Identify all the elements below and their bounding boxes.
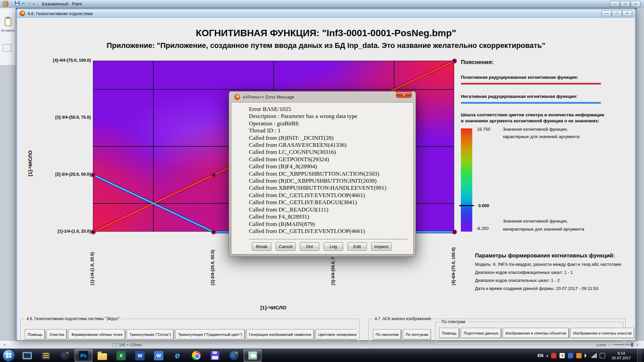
params-datetime: Дата и время создания данной формы: 20.0…	[475, 286, 598, 291]
params-descr-scales: Диапазон кодов описательных шкал: 1 - 2	[475, 278, 559, 283]
minimize-button[interactable]: ─	[610, 1, 620, 7]
folder-icon[interactable]	[93, 349, 111, 362]
data-point	[212, 230, 216, 234]
firefox-icon[interactable]	[225, 349, 243, 362]
excel-icon[interactable]: X	[112, 349, 130, 362]
clear-button[interactable]: Очистка	[47, 329, 67, 340]
save-icon[interactable]	[15, 1, 19, 7]
redo-icon[interactable]: ↷	[27, 1, 31, 7]
minimize-button[interactable]: ─	[601, 10, 611, 16]
zoom-slider-thumb[interactable]	[631, 343, 633, 347]
undo-icon[interactable]: ↶	[21, 1, 25, 7]
paint-taskbar-icon[interactable]	[244, 349, 262, 362]
y-axis-title: [1]-ЧИСЛО	[27, 119, 33, 176]
edit-button[interactable]: Edit	[347, 242, 367, 251]
by-pixels-button[interactable]: По пикселям	[373, 329, 401, 340]
spectra-help-button[interactable]: Помощь	[439, 328, 459, 338]
save-floppy-icon[interactable]	[206, 349, 224, 362]
maximize-button[interactable]: □	[620, 1, 630, 7]
maximize-button[interactable]: □	[612, 10, 622, 16]
error-line: Operation : graBitBlt	[249, 120, 408, 127]
spectra-panel-label: По спектрам:	[440, 319, 468, 324]
scale-max-value: 18.750	[477, 127, 490, 132]
error-dialog-title-bar[interactable]: eXPress++ Error Message ×	[229, 92, 416, 102]
start-button[interactable]	[3, 350, 15, 362]
wordpad-tile-icon: W	[154, 351, 163, 360]
file-manager-icon[interactable]	[37, 349, 55, 362]
volume-icon[interactable]	[585, 354, 589, 358]
word-tile-icon: W	[135, 351, 145, 360]
inspect-button[interactable]: Inspect	[371, 242, 391, 251]
symbol-images-button[interactable]: Генерация изображений символов	[247, 329, 314, 340]
show-hidden-icons[interactable]: ▴	[546, 353, 548, 358]
network-icon[interactable]	[592, 353, 597, 358]
language-indicator[interactable]: EN	[538, 353, 543, 358]
quick-access-dropdown-icon[interactable]: ▾	[33, 1, 35, 7]
paint-title-bar: ↶ ↷ ▾ Безымянный - Paint ─ □ ×	[0, 0, 644, 8]
close-button[interactable]: ×	[631, 1, 641, 7]
desktop: ↶ ↷ ▾ Безымянный - Paint ─ □ × Вставить …	[0, 0, 644, 362]
geo-panel-label: 4.8. Геокогнитивная подсистема системы "…	[25, 316, 122, 321]
y-tick-label: [4]-4/4-{75.0, 100.0}	[44, 58, 91, 63]
shield-icon[interactable]	[576, 353, 582, 358]
data-point	[91, 173, 95, 177]
floppy-icon	[15, 1, 19, 6]
class-spectra-button[interactable]: Изображения и спектры классов	[571, 328, 634, 338]
table-icon	[3, 44, 11, 52]
point-cloud-button[interactable]: Формирование облака точек	[68, 329, 125, 340]
separator: ----------------------------------------…	[249, 236, 408, 239]
error-line: Description : Parameter has a wrong data…	[249, 113, 408, 120]
paint-ribbon-strip: Вставить	[0, 8, 16, 341]
object-spectra-button[interactable]: Изображения и спектры объектов	[503, 328, 569, 338]
taskbar-clock[interactable]: 9:14 20.07.2017	[608, 351, 634, 360]
firefox-orb-icon	[229, 351, 238, 360]
help-button[interactable]: Помощь	[25, 329, 45, 340]
antivirus-icon[interactable]	[551, 353, 556, 358]
log-button[interactable]: Log	[324, 242, 343, 251]
data-preparation-button[interactable]: Подготовка данных	[461, 328, 501, 338]
chrome-icon[interactable]	[187, 349, 205, 362]
color-zoning-button[interactable]: Цветовое зонирование	[316, 329, 357, 340]
computer-icon[interactable]	[18, 349, 36, 362]
color-scale-zero-line	[459, 205, 474, 206]
paint-quick-access-toolbar: ↶ ↷ ▾ Безымянный - Paint	[0, 0, 82, 8]
sync-icon[interactable]	[568, 353, 573, 358]
zoom-in-icon[interactable]: +	[636, 343, 639, 347]
triangulation-grid-button[interactable]: Триангуляция ("Сетка")	[127, 329, 174, 340]
paste-button[interactable]: Вставить	[1, 17, 15, 42]
triangulation-gradient-button[interactable]: Триангуляция ("Градиентный цвет")	[175, 329, 245, 340]
error-line: Thread ID : 1	[249, 127, 408, 134]
cancel-button[interactable]: Cancel	[276, 242, 295, 251]
break-button[interactable]: Break	[252, 242, 271, 251]
characteristic-values-line2: характерные для значений аргумента	[503, 134, 580, 139]
divider	[37, 1, 38, 7]
paint-app-icon	[3, 1, 8, 7]
update-icon[interactable]: a	[559, 353, 565, 358]
negative-line-sample	[461, 102, 601, 104]
error-line: Called from GETPOINTS(29324)	[249, 156, 408, 163]
photoshop-icon[interactable]: Ps	[74, 349, 93, 362]
close-button[interactable]: ×	[622, 10, 632, 16]
error-dialog-buttons: Break Cancel Dot Log Edit Inspect	[249, 242, 408, 251]
show-desktop-button[interactable]	[637, 349, 642, 362]
negative-function-label: Негативная редуцированная когнитивная фу…	[461, 94, 577, 99]
app-window-controls: ─ □ ×	[601, 10, 632, 16]
paint-tile-icon	[248, 351, 257, 360]
wordpad-icon[interactable]: W	[150, 349, 168, 362]
firefox-dark-icon[interactable]	[56, 349, 74, 362]
close-icon[interactable]: ×	[396, 92, 412, 98]
internet-explorer-icon[interactable]: e	[168, 349, 186, 362]
by-contours-button[interactable]: По контурам	[403, 329, 431, 340]
word-icon[interactable]: W	[131, 349, 149, 362]
clipboard-icon	[5, 17, 11, 26]
error-dialog: eXPress++ Error Message × Error BASE/102…	[229, 91, 416, 257]
paint-window-title: Безымянный - Paint	[42, 1, 82, 6]
divider	[11, 1, 12, 7]
action-center-flag-icon[interactable]	[600, 353, 605, 358]
legend-title: Пояснения:	[461, 59, 494, 66]
ie-glyph-icon: e	[175, 350, 180, 361]
dot-button[interactable]: Dot	[300, 242, 319, 251]
color-scale-bar	[461, 128, 472, 232]
app-title-bar[interactable]: 4.8. Геокогнитивная подсистема ─ □ ×	[17, 9, 635, 18]
ask-panel-label: 4.7. АСК-анализ изображений:	[373, 316, 433, 321]
